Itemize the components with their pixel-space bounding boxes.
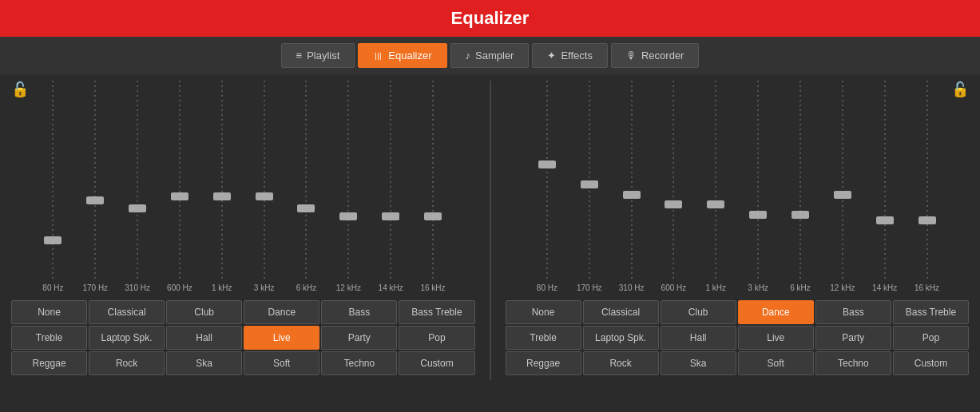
preset-btn-1-1-5[interactable]: Pop — [893, 326, 969, 350]
freq-label-1-2: 310 Hz — [610, 283, 653, 292]
preset-btn-0-0-4[interactable]: Bass — [321, 300, 397, 324]
freq-label-1-6: 6 kHz — [780, 283, 822, 292]
slider-thumb-1-7[interactable] — [834, 191, 851, 199]
preset-btn-1-1-2[interactable]: Hall — [661, 326, 736, 350]
preset-btn-1-1-3[interactable]: Live — [738, 326, 814, 350]
preset-btn-0-2-3[interactable]: Soft — [244, 351, 319, 375]
preset-btn-0-1-1[interactable]: Laptop Spk. — [89, 326, 165, 350]
slider-track-0-2[interactable] — [137, 81, 138, 280]
slider-thumb-0-5[interactable] — [256, 192, 273, 200]
slider-thumb-0-1[interactable] — [86, 196, 104, 204]
slider-thumb-0-2[interactable] — [129, 204, 146, 212]
slider-thumb-1-0[interactable] — [538, 160, 556, 168]
slider-track-0-3[interactable] — [179, 81, 181, 280]
preset-btn-0-0-2[interactable]: Club — [166, 300, 242, 324]
preset-btn-0-1-3[interactable]: Live — [244, 326, 319, 350]
slider-track-1-7[interactable] — [842, 81, 843, 280]
slider-track-1-2[interactable] — [631, 81, 633, 280]
slider-col-1-5 — [737, 81, 780, 280]
preset-btn-0-2-4[interactable]: Techno — [321, 351, 397, 375]
slider-col-0-0 — [32, 81, 74, 280]
freq-label-1-8: 14 kHz — [863, 283, 906, 292]
equalizer-icon: ⫼ — [373, 50, 383, 61]
freq-label-0-9: 16 kHz — [412, 283, 454, 292]
slider-track-0-4[interactable] — [221, 81, 223, 280]
preset-btn-1-2-0[interactable]: Reggae — [506, 351, 581, 375]
nav-equalizer[interactable]: ⫼ Equalizer — [358, 43, 446, 68]
preset-btn-1-2-1[interactable]: Rock — [583, 351, 659, 375]
preset-btn-0-0-5[interactable]: Bass Treble — [399, 300, 474, 324]
lock-right-icon[interactable]: 🔓 — [951, 81, 969, 98]
nav-sampler[interactable]: ♪ Sampler — [450, 43, 530, 68]
preset-btn-0-0-1[interactable]: Classical — [89, 300, 165, 324]
slider-thumb-0-9[interactable] — [424, 212, 442, 220]
slider-track-1-5[interactable] — [757, 81, 759, 280]
preset-btn-1-0-3[interactable]: Dance — [738, 300, 814, 324]
freq-labels-left: 80 Hz170 Hz310 Hz600 Hz1 kHz3 kHz6 kHz12… — [8, 280, 478, 295]
slider-track-0-0[interactable] — [52, 81, 54, 280]
preset-btn-1-1-0[interactable]: Treble — [506, 326, 581, 350]
preset-btn-0-1-0[interactable]: Treble — [11, 326, 87, 350]
preset-btn-1-0-0[interactable]: None — [506, 300, 581, 324]
preset-btn-1-2-5[interactable]: Custom — [893, 351, 969, 375]
slider-thumb-1-2[interactable] — [623, 191, 641, 199]
slider-track-1-9[interactable] — [926, 81, 928, 280]
preset-btn-0-1-2[interactable]: Hall — [166, 326, 242, 350]
slider-thumb-1-6[interactable] — [792, 211, 809, 219]
nav-effects[interactable]: ✦ Effects — [532, 43, 608, 68]
preset-btn-1-1-1[interactable]: Laptop Spk. — [583, 326, 659, 350]
slider-thumb-1-3[interactable] — [665, 200, 682, 208]
slider-thumb-0-4[interactable] — [213, 192, 231, 200]
slider-col-1-1 — [568, 81, 610, 280]
preset-btn-1-2-4[interactable]: Techno — [815, 351, 891, 375]
slider-track-0-8[interactable] — [390, 81, 391, 280]
preset-btn-1-1-4[interactable]: Party — [815, 326, 891, 350]
slider-thumb-1-9[interactable] — [919, 216, 936, 224]
slider-col-0-4 — [200, 81, 243, 280]
slider-track-1-0[interactable] — [546, 81, 548, 280]
preset-btn-1-0-1[interactable]: Classical — [583, 300, 659, 324]
nav-recorder[interactable]: 🎙 Recorder — [611, 43, 699, 68]
slider-track-1-8[interactable] — [884, 81, 886, 280]
preset-btn-1-0-2[interactable]: Club — [661, 300, 736, 324]
slider-thumb-1-4[interactable] — [707, 200, 724, 208]
slider-track-0-9[interactable] — [432, 81, 434, 280]
preset-btn-0-1-5[interactable]: Pop — [399, 326, 474, 350]
slider-thumb-0-7[interactable] — [339, 212, 357, 220]
slider-track-0-1[interactable] — [94, 81, 96, 280]
preset-btn-0-1-4[interactable]: Party — [321, 326, 397, 350]
preset-btn-0-2-1[interactable]: Rock — [89, 351, 165, 375]
slider-thumb-1-1[interactable] — [581, 180, 598, 188]
slider-col-1-9 — [906, 81, 948, 280]
slider-track-0-6[interactable] — [305, 81, 307, 280]
preset-btn-1-2-3[interactable]: Soft — [738, 351, 814, 375]
slider-thumb-0-8[interactable] — [382, 212, 399, 220]
slider-track-1-4[interactable] — [715, 81, 716, 280]
slider-track-1-1[interactable] — [589, 81, 590, 280]
preset-btn-0-2-2[interactable]: Ska — [166, 351, 242, 375]
slider-thumb-1-8[interactable] — [876, 216, 894, 224]
freq-label-1-4: 1 kHz — [695, 283, 737, 292]
slider-thumb-0-0[interactable] — [44, 236, 61, 244]
slider-track-0-7[interactable] — [347, 81, 349, 280]
freq-label-0-0: 80 Hz — [32, 283, 74, 292]
slider-track-1-6[interactable] — [799, 81, 801, 280]
slider-thumb-1-5[interactable] — [749, 211, 767, 219]
preset-btn-0-2-5[interactable]: Custom — [399, 351, 474, 375]
slider-track-0-5[interactable] — [264, 81, 265, 280]
preset-btn-1-0-5[interactable]: Bass Treble — [893, 300, 969, 324]
preset-btn-0-2-0[interactable]: Reggae — [11, 351, 87, 375]
slider-col-0-8 — [370, 81, 412, 280]
nav-bar: ≡ Playlist ⫼ Equalizer ♪ Sampler ✦ Effec… — [0, 37, 980, 74]
slider-thumb-0-3[interactable] — [171, 192, 188, 200]
preset-btn-1-0-4[interactable]: Bass — [815, 300, 891, 324]
preset-btn-0-0-3[interactable]: Dance — [244, 300, 319, 324]
freq-label-0-5: 3 kHz — [243, 283, 285, 292]
lock-left-icon[interactable]: 🔓 — [11, 81, 29, 98]
slider-track-1-3[interactable] — [673, 81, 674, 280]
slider-col-0-7 — [327, 81, 370, 280]
preset-btn-1-2-2[interactable]: Ska — [661, 351, 736, 375]
nav-playlist[interactable]: ≡ Playlist — [281, 43, 355, 68]
preset-btn-0-0-0[interactable]: None — [11, 300, 87, 324]
slider-thumb-0-6[interactable] — [297, 204, 315, 212]
